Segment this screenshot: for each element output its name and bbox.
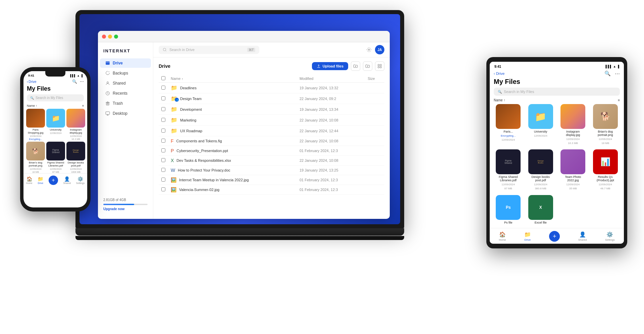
phone-nav-settings[interactable]: ⚙️ Settings <box>76 176 85 184</box>
tablet-more-icon[interactable]: ⋯ <box>615 70 620 77</box>
sidebar-item-desktop[interactable]: Desktop <box>100 109 151 118</box>
table-row[interactable]: 📁👥 Design Team 22 January 2024, 09:2 <box>159 93 384 104</box>
phone-more-icon[interactable]: ⋯ <box>80 79 84 84</box>
tablet-file-thumbnail: Ps <box>496 195 521 220</box>
file-thumbnail: 📁 <box>46 109 65 128</box>
tablet-nav-drive[interactable]: 📁 Drive <box>524 231 531 241</box>
minimize-dot[interactable] <box>108 35 112 39</box>
tablet-file-item[interactable]: 📁 University 12/09/2024 <box>526 104 556 147</box>
avatar[interactable]: JA <box>375 45 384 54</box>
tablet-file-thumbnail: FigmaShared <box>496 149 521 174</box>
upload-button[interactable]: Upload files <box>312 62 348 70</box>
sidebar-item-trash[interactable]: Trash <box>100 99 151 108</box>
phone-search-bar[interactable]: 🔍 Search in My Files <box>27 94 84 101</box>
table-row[interactable]: 🖼️ Valencia-Summer-02.jpg 01 February 20… <box>159 185 384 195</box>
file-size <box>365 185 384 195</box>
phone-file-item[interactable]: Instagram display.jpg 12/09/2024 16.3 MB <box>66 109 85 140</box>
table-row[interactable]: 📁 UX Roadmap 22 January 2024, 12:44 <box>159 126 384 136</box>
upload-folder-button[interactable] <box>363 61 372 71</box>
table-row[interactable]: 📁 Development 19 January 2024, 13:34 <box>159 104 384 115</box>
file-name-cell: 📁👥 Design Team <box>171 95 294 102</box>
row-checkbox[interactable] <box>161 118 165 122</box>
row-checkbox[interactable] <box>161 148 165 152</box>
tablet: 9:41 ▌▌▌ ▲ ▐ ‹ Drive 🔍 ⋯ <box>486 57 627 248</box>
phone-nav-add[interactable]: + <box>49 176 58 185</box>
maximize-dot[interactable] <box>114 35 118 39</box>
tablet-back-link[interactable]: ‹ Drive <box>494 71 504 76</box>
row-checkbox[interactable] <box>161 86 165 90</box>
sidebar-item-backups[interactable]: Backups <box>100 68 151 78</box>
name-column-header[interactable]: Name ↑ <box>168 75 297 83</box>
sidebar-item-drive[interactable]: Drive <box>100 58 151 68</box>
tablet-file-date: 12/09/2024 <box>566 138 580 141</box>
tablet-file-name: Results Q1 (Product).ppt <box>592 175 619 182</box>
file-name-cell: 📁 UX Roadmap <box>171 128 294 134</box>
modified-column-header[interactable]: Modified <box>297 75 365 83</box>
table-row[interactable]: W How to Protect Your Privacy.doc 19 Jan… <box>159 165 384 175</box>
tablet-list-view-icon[interactable]: ≡ <box>618 98 620 102</box>
row-checkbox[interactable] <box>161 96 165 100</box>
size-column-header[interactable]: Size <box>365 75 384 83</box>
tablet-file-item[interactable]: Paris... Encrypting... 12/09/2024 <box>493 104 524 147</box>
file-name-label: Figma Shared Libraries.pdf <box>46 161 65 167</box>
tablet-file-item[interactable]: X Excel file <box>526 195 556 228</box>
desktop-icon <box>105 111 110 116</box>
sort-arrow: ↑ <box>181 77 183 81</box>
grid-view-button[interactable] <box>375 61 384 71</box>
phone-nav-home[interactable]: 🏠 Home <box>26 176 33 184</box>
row-checkbox[interactable] <box>161 187 165 191</box>
table-row[interactable]: X Dev Tasks & Responsibilities.xlsx 22 J… <box>159 156 384 165</box>
search-bar[interactable]: Search in Drive ⌘F <box>159 46 259 54</box>
tablet-nav-shared[interactable]: 👤 Shared <box>578 231 587 241</box>
phone-back-link[interactable]: ‹ Drive <box>27 80 37 84</box>
tablet-search-bar[interactable]: 🔍 Search in My Files <box>494 88 620 96</box>
list-view-icon[interactable]: ≡ <box>82 104 84 107</box>
row-checkbox[interactable] <box>161 139 165 143</box>
storage-bar <box>103 204 148 205</box>
file-modified: 19 January 2024, 13:34 <box>297 104 365 115</box>
file-size <box>365 136 384 146</box>
tablet-file-item[interactable]: FigmaShared Figma Shared Libraries.pdf 1… <box>493 149 524 193</box>
table-row[interactable]: 🖼️ Internxt Team Meetup in Valencia 2022… <box>159 175 384 185</box>
close-dot[interactable] <box>102 35 106 39</box>
tablet-file-item[interactable]: Team Photo 2022.jpg 12/09/2024 35 MB <box>558 149 588 193</box>
table-row[interactable]: F Components and Tokens.fig 22 January 2… <box>159 136 384 146</box>
file-thumbnail <box>26 109 45 128</box>
row-checkbox[interactable] <box>161 168 165 172</box>
table-row[interactable]: P Cybersecurity_Presentation.ppt 01 Febr… <box>159 146 384 156</box>
phone-nav-shared[interactable]: 👤 Shared <box>63 176 71 184</box>
sidebar-item-shared[interactable]: Shared <box>100 79 151 88</box>
row-checkbox[interactable] <box>161 158 165 162</box>
phone-file-item[interactable]: DesignBooks Design books post.pdf 12/09/… <box>66 142 85 173</box>
tablet-search-icon[interactable]: 🔍 <box>604 70 611 77</box>
phone-file-item[interactable]: 🐕 Brian's dog portrait.png 12/09/2024 18… <box>26 142 45 173</box>
row-checkbox[interactable] <box>161 107 165 111</box>
file-modified: 22 January 2024, 10:08 <box>297 115 365 126</box>
tablet-file-item[interactable]: 🐕 Brian's dog portrait.png 12/06/2024 18… <box>590 104 621 147</box>
phone-file-item[interactable]: Paris Shopping.jpg 10/08/2024 Encrypting… <box>26 109 45 140</box>
table-row[interactable]: 📁 Marketing 22 January 2024, 10:08 <box>159 115 384 126</box>
tablet-file-item[interactable]: Ps Ps file <box>493 195 524 228</box>
file-date-label: 12/09/2024 <box>70 168 82 170</box>
new-folder-button[interactable] <box>351 61 360 71</box>
tablet-file-item[interactable]: Instagram display.jpg 12/09/2024 16.3 MB <box>558 104 588 147</box>
file-date-label: 12/09/2024 <box>50 168 61 170</box>
select-all-checkbox[interactable] <box>161 76 165 80</box>
phone: 9:41 ▌▌▌ ▲ ▐ ‹ Drive 🔍 ⋯ <box>20 67 91 211</box>
tablet-nav-settings[interactable]: ⚙️ Settings <box>605 231 615 241</box>
phone-file-item[interactable]: FigmaShared Figma Shared Libraries.pdf 1… <box>46 142 65 173</box>
settings-icon[interactable] <box>366 47 372 52</box>
tablet-bottom-nav: 🏠 Home 📁 Drive + 👤 Shared ⚙️ Settings <box>490 228 624 244</box>
tablet-file-item[interactable]: DesignBooks Design books post.pdf 12/09/… <box>526 149 556 193</box>
upgrade-link[interactable]: Upgrade now <box>103 207 148 211</box>
tablet-nav-add[interactable]: + <box>549 231 560 242</box>
sidebar-item-recents[interactable]: Recents <box>100 89 151 98</box>
row-checkbox[interactable] <box>161 129 165 133</box>
tablet-nav-home[interactable]: 🏠 Home <box>499 231 506 241</box>
phone-file-item[interactable]: 📁 University 12/08/2024 <box>46 109 65 140</box>
table-row[interactable]: 📁 Deadlines 19 January 2024, 13:32 <box>159 83 384 93</box>
tablet-file-item[interactable]: 📊 Results Q1 (Product).ppt 12/09/2024 48… <box>590 149 621 193</box>
phone-search-icon[interactable]: 🔍 <box>72 79 77 84</box>
phone-nav-drive[interactable]: 📁 Drive <box>38 176 43 184</box>
row-checkbox[interactable] <box>161 178 165 182</box>
